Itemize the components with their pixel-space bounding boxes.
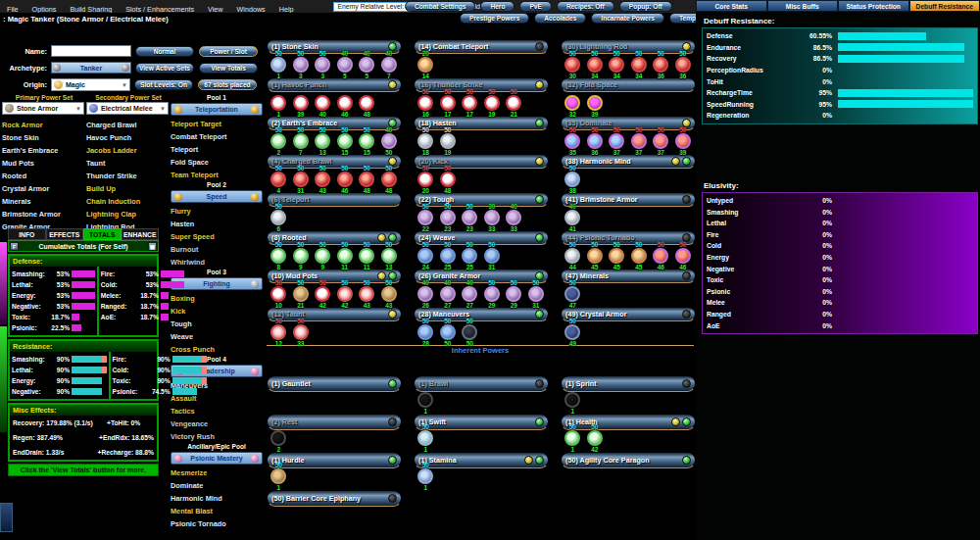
enhancement-slot[interactable]: 5043 xyxy=(312,165,334,195)
enhancement-slot[interactable]: 5043 xyxy=(356,279,378,310)
tab-core-stats[interactable]: Core Stats xyxy=(696,0,767,12)
enhancement-icon[interactable] xyxy=(359,172,374,187)
enhancement-icon[interactable] xyxy=(359,286,374,302)
enhancement-icon[interactable] xyxy=(270,248,286,264)
enhancement-icon[interactable] xyxy=(653,57,668,73)
pool-power-harmonic-mind[interactable]: Harmonic Mind xyxy=(171,492,263,505)
enhancement-icon[interactable] xyxy=(417,468,433,484)
enhancement-icon[interactable] xyxy=(484,210,500,225)
enhancement-icon[interactable] xyxy=(675,133,691,149)
enhancement-slot[interactable]: 5015 xyxy=(334,126,357,157)
enhancement-icon[interactable] xyxy=(417,133,433,149)
enhancement-icon[interactable] xyxy=(587,95,603,111)
enhancement-icon[interactable] xyxy=(270,172,286,187)
pool-power-psionic-tornado[interactable]: Psionic Tornado xyxy=(171,517,263,530)
power-havoc-punch[interactable]: (1) Havoc Punch 1 39 40 46 48 xyxy=(267,77,402,116)
enhancement-icon[interactable] xyxy=(417,57,433,73)
power-minerals[interactable]: (47) Minerals5047 xyxy=(561,269,696,307)
power-hurdle[interactable]: (1) Hurdle501 xyxy=(267,452,402,490)
enhancement-slot[interactable]: 5046 xyxy=(650,241,672,271)
secondary-power-chain-induction[interactable]: Chain Induction xyxy=(86,195,171,208)
enhancement-slot[interactable]: 5036 xyxy=(650,50,672,80)
enhancement-icon[interactable] xyxy=(337,248,353,264)
pve-button[interactable]: PvE xyxy=(519,1,551,12)
enhancement-icon[interactable] xyxy=(315,172,330,187)
enhancement-slot[interactable]: 507 xyxy=(290,126,313,157)
enhancement-slot[interactable]: 4050 xyxy=(378,126,401,157)
enhancement-slot[interactable]: 405 xyxy=(334,50,357,80)
enhancement-slot[interactable]: 5023 xyxy=(459,203,481,233)
enhancement-icon[interactable] xyxy=(462,286,477,302)
enhancement-icon[interactable] xyxy=(417,324,433,340)
pool-select-teleportation[interactable]: Teleportation xyxy=(171,103,263,116)
power-teleport[interactable]: (6) Teleport506 xyxy=(267,192,402,230)
enhancement-icon[interactable] xyxy=(359,248,374,264)
enhancement-slot[interactable]: 5045 xyxy=(628,241,651,271)
enhancement-icon[interactable] xyxy=(270,430,286,446)
enhancement-icon[interactable] xyxy=(270,57,286,73)
power-maneuvers[interactable]: (28) Maneuvers502850505050 xyxy=(414,307,549,345)
enhancement-icon[interactable] xyxy=(381,133,397,149)
primary-power-earth-s-embrace[interactable]: Earth's Embrace xyxy=(2,144,86,157)
enhancement-icon[interactable] xyxy=(564,57,580,73)
enhancement-slot[interactable]: 5039 xyxy=(672,126,695,157)
enhancement-icon[interactable] xyxy=(315,286,330,302)
enhancement-icon[interactable] xyxy=(270,210,286,225)
enhancement-slot[interactable]: 5037 xyxy=(628,126,651,157)
enhancement-icon[interactable] xyxy=(417,430,433,446)
enhancement-slot[interactable]: 5024 xyxy=(415,241,437,271)
pool-power-teleport[interactable]: Teleport xyxy=(171,143,263,156)
power-weave[interactable]: (24) Weave5024502550255031 xyxy=(414,230,549,269)
pool-power-victory-rush[interactable]: Victory Rush xyxy=(171,430,263,443)
enhancement-icon[interactable] xyxy=(270,286,286,302)
enhancement-slot[interactable]: 5050 xyxy=(437,318,460,348)
enhancement-slot[interactable]: 5029 xyxy=(503,279,525,310)
enhancement-slot[interactable]: 5019 xyxy=(481,88,504,119)
enhancement-icon[interactable] xyxy=(293,57,309,73)
enhancement-slot[interactable]: 5038 xyxy=(562,165,584,195)
enhancement-icon[interactable] xyxy=(381,172,397,187)
primary-powerset-select[interactable]: Stone Armor ▼ xyxy=(2,102,84,115)
power-fold-space[interactable]: (32) Fold Space 32 39 xyxy=(561,77,696,116)
enhancement-icon[interactable] xyxy=(462,324,477,340)
power-brimstone-armor[interactable]: (41) Brimstone Armor4041 xyxy=(561,192,696,230)
enhancement-icon[interactable] xyxy=(564,210,580,225)
pool-power-flurry[interactable]: Flurry xyxy=(171,205,263,218)
power-hasten[interactable]: (18) Hasten50185019 xyxy=(414,116,549,154)
enhancement-slot[interactable]: 4041 xyxy=(562,203,584,233)
enhancement-icon[interactable] xyxy=(564,172,580,187)
enhancement-slot[interactable]: 5048 xyxy=(378,165,401,195)
enhancement-icon[interactable] xyxy=(337,286,353,302)
enhancement-icon[interactable] xyxy=(675,57,691,73)
enhancement-icon[interactable] xyxy=(337,57,353,73)
enhancement-slot[interactable]: 5029 xyxy=(481,279,504,310)
enhancement-icon[interactable] xyxy=(359,57,374,73)
enhancement-icon[interactable] xyxy=(293,133,309,149)
enhancement-icon[interactable] xyxy=(270,95,286,111)
enhancement-slot[interactable]: 5017 xyxy=(437,88,460,119)
power-harmonic-mind[interactable]: (38) Harmonic Mind5038 xyxy=(561,154,696,192)
totals-tab-effects[interactable]: EFFECTS xyxy=(46,228,84,240)
enhancement-icon[interactable] xyxy=(417,172,433,187)
enhancement-icon[interactable] xyxy=(417,392,433,408)
power-crystal-armor[interactable]: (49) Crystal Armor5049 xyxy=(561,307,696,345)
enhancement-icon[interactable] xyxy=(564,95,580,111)
enhancement-icon[interactable] xyxy=(337,133,353,149)
enhancement-icon[interactable] xyxy=(337,172,353,187)
enhancement-icon[interactable] xyxy=(564,392,580,408)
enhancement-icon[interactable] xyxy=(359,133,374,149)
power-thunder-strike[interactable]: (16) Thunder Strike50165017501750195021 xyxy=(414,77,549,116)
popup-off-button[interactable]: Popup: Off xyxy=(619,1,672,12)
origin-select[interactable]: Magic ▼ xyxy=(51,78,130,91)
totals-tab-totals[interactable]: TOTALS xyxy=(83,228,122,240)
enhancement-slot[interactable]: 5044 xyxy=(562,241,584,271)
enhancement-slot[interactable]: 5033 xyxy=(290,318,313,348)
enhancement-slot[interactable]: 48 xyxy=(356,88,378,119)
power-toggle-led[interactable] xyxy=(682,456,691,465)
enhancement-slot[interactable]: 4026 xyxy=(415,279,437,310)
power-swift[interactable]: (1) Swift501 xyxy=(414,414,549,452)
enhancement-slot[interactable]: 5031 xyxy=(525,279,548,310)
incarnate-powers-button[interactable]: Incarnate Powers xyxy=(591,13,664,24)
enhancement-slot[interactable]: 1 xyxy=(415,385,437,416)
enhancement-slot[interactable]: 5015 xyxy=(356,126,378,157)
